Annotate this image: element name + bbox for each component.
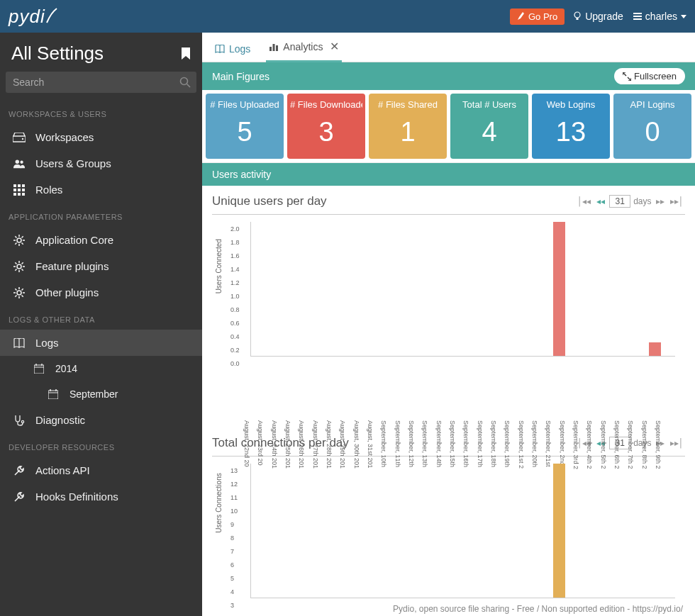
svg-line-40 — [15, 289, 16, 290]
search-input[interactable] — [6, 72, 196, 93]
pager-next[interactable]: ▸▸ — [655, 196, 666, 206]
svg-line-32 — [22, 269, 23, 270]
y-tick: 4 — [230, 588, 234, 595]
upgrade-button[interactable]: Upgrade — [573, 11, 623, 22]
bookmark-icon[interactable] — [181, 47, 191, 60]
svg-rect-12 — [18, 189, 21, 191]
sidebar-item-diagnostic[interactable]: Diagnostic — [0, 407, 202, 433]
x-tick: September, 5th 2 — [600, 420, 607, 427]
stat-card: API Logins0 — [613, 94, 691, 159]
stat-value: 4 — [453, 117, 526, 147]
sidebar-item-other-plugins[interactable]: Other plugins — [0, 279, 202, 306]
sidebar-item-workspaces[interactable]: Workspaces — [0, 124, 202, 150]
section-main-figures: Main Figures Fullscreen — [202, 62, 695, 90]
svg-line-31 — [15, 262, 16, 264]
svg-point-6 — [16, 159, 19, 163]
sidebar-item-feature-plugins[interactable]: Feature plugins — [0, 253, 202, 279]
x-tick: August, 28th 201 — [326, 420, 333, 427]
expand-icon — [623, 72, 631, 81]
topbar: pydi Go Pro Upgrade charles — [0, 0, 695, 33]
fullscreen-button[interactable]: Fullscreen — [614, 68, 685, 84]
x-tick: September, 12th — [408, 420, 415, 427]
y-tick: 2.0 — [230, 225, 240, 233]
tab-analytics[interactable]: Analytics ✕ — [266, 33, 342, 62]
sidebar-item-year[interactable]: 2014 — [0, 356, 202, 381]
svg-rect-48 — [48, 391, 58, 399]
pager-last[interactable]: ▸▸│ — [669, 438, 686, 448]
stat-value: 3 — [290, 117, 362, 147]
user-menu[interactable]: charles — [633, 11, 686, 22]
y-tick: 1.0 — [230, 293, 240, 300]
y-tick: 10 — [230, 508, 238, 515]
go-pro-button[interactable]: Go Pro — [510, 9, 565, 25]
book-icon — [215, 45, 225, 53]
svg-rect-44 — [34, 365, 44, 374]
svg-line-33 — [15, 269, 16, 270]
sidebar-item-label: Hooks Definitions — [35, 491, 118, 503]
tab-logs[interactable]: Logs — [212, 36, 253, 62]
x-tick: August, 29th 201 — [339, 420, 346, 427]
svg-point-17 — [17, 238, 21, 242]
x-tick: August, 24th 201 — [271, 420, 278, 427]
pager-value[interactable]: 31 — [609, 195, 630, 208]
wrench-icon — [13, 465, 26, 476]
svg-rect-1 — [577, 18, 579, 20]
y-tick: 1.4 — [230, 266, 240, 273]
pager-unit: days — [633, 196, 651, 206]
pager-prev[interactable]: ◂◂ — [595, 196, 606, 206]
pager-first[interactable]: │◂◂ — [576, 196, 593, 206]
svg-point-2 — [181, 78, 188, 85]
x-tick: September, 6th 2 — [613, 420, 621, 427]
pager-last[interactable]: ▸▸│ — [669, 196, 686, 206]
gear-icon — [13, 261, 26, 272]
sidebar-item-actions-api[interactable]: Actions API — [0, 457, 202, 483]
y-tick: 8 — [230, 534, 234, 542]
svg-rect-10 — [22, 184, 25, 187]
chart-block: Unique users per day│◂◂◂◂31days▸▸▸▸│User… — [202, 186, 695, 427]
svg-line-22 — [15, 236, 16, 237]
sidebar-section-header: APPLICATION PARAMETERS — [0, 203, 202, 227]
sidebar-item-roles[interactable]: Roles — [0, 177, 202, 203]
stat-card: # Files Shared1 — [369, 94, 447, 159]
search-container — [6, 72, 196, 93]
calendar-icon — [33, 364, 45, 374]
svg-line-43 — [22, 289, 23, 290]
sidebar-title: All Settings — [11, 43, 104, 65]
stat-label: # Files Downloaded — [290, 99, 362, 110]
sidebar-item-application-core[interactable]: Application Core — [0, 227, 202, 253]
sidebar-item-label: Feature plugins — [35, 260, 109, 272]
bar-chart-icon — [269, 43, 279, 51]
close-icon[interactable]: ✕ — [330, 40, 339, 53]
x-tick: August, 25th 201 — [284, 420, 291, 427]
sidebar-item-logs[interactable]: Logs — [0, 330, 202, 356]
x-tick: September, 11th — [394, 420, 401, 427]
main-scroll[interactable]: Unique users per day│◂◂◂◂31days▸▸▸▸│User… — [202, 186, 695, 616]
y-tick: 5 — [230, 575, 234, 582]
grid-icon — [13, 184, 26, 196]
gear-icon — [13, 235, 26, 246]
menu-icon — [633, 13, 642, 20]
y-tick: 0.8 — [230, 306, 240, 313]
x-tick: August, 31st 201 — [367, 420, 374, 427]
stat-card: Total # Users4 — [450, 94, 528, 159]
tab-label: Analytics — [283, 41, 323, 52]
y-tick: 9 — [230, 521, 234, 528]
x-labels: August, 22nd 20August, 23rd 20August, 24… — [250, 360, 675, 427]
sidebar-item-month[interactable]: September — [0, 381, 202, 407]
x-tick: September, 3rd 2 — [572, 420, 579, 427]
svg-rect-53 — [269, 47, 272, 51]
sidebar-item-users-groups[interactable]: Users & Groups — [0, 150, 202, 177]
sidebar-section-header: LOGS & OTHER DATA — [0, 306, 202, 330]
section-title: Main Figures — [212, 71, 269, 82]
sidebar-item-hooks[interactable]: Hooks Definitions — [0, 483, 202, 510]
svg-line-42 — [15, 295, 16, 296]
x-tick: September, 7th 2 — [627, 420, 634, 427]
y-tick: 0.6 — [230, 320, 240, 327]
stethoscope-icon — [13, 415, 26, 426]
svg-line-34 — [22, 262, 23, 264]
x-tick: September, 20th — [531, 420, 538, 427]
svg-point-35 — [17, 291, 21, 295]
footer-text: Pydio, open source file sharing - Free /… — [389, 602, 686, 616]
sidebar-item-label: 2014 — [55, 363, 77, 374]
svg-point-0 — [574, 12, 580, 18]
